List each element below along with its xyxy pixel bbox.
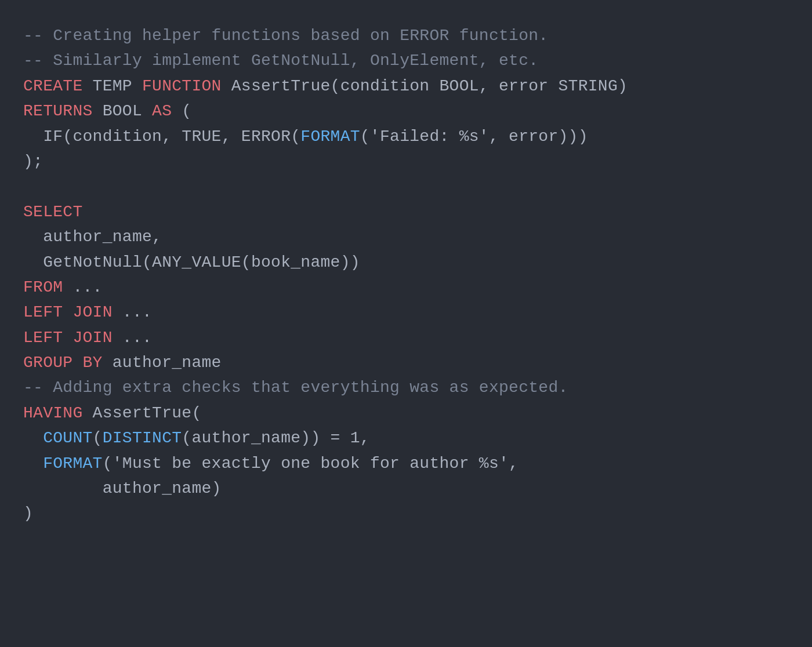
plain-text: [23, 429, 43, 447]
plain-text: (: [172, 102, 191, 120]
keyword-text: LEFT JOIN: [23, 303, 113, 321]
code-line: FORMAT('Must be exactly one book for aut…: [23, 451, 789, 476]
code-line: COUNT(DISTINCT(author_name)) = 1,: [23, 426, 789, 450]
keyword-text: HAVING: [23, 404, 83, 422]
plain-text: ...: [63, 278, 102, 296]
plain-text: author_name,: [23, 228, 162, 246]
comment-text: -- Similarly implement GetNotNull, OnlyE…: [23, 52, 538, 70]
plain-text: (: [93, 429, 103, 447]
plain-text: AssertTrue(: [83, 404, 202, 422]
blank-line: [23, 174, 789, 199]
code-line: SELECT: [23, 199, 789, 224]
comment-text: -- Adding extra checks that everything w…: [23, 379, 568, 397]
plain-text: TEMP: [83, 77, 143, 95]
keyword-text: CREATE: [23, 77, 83, 95]
code-line: FROM ...: [23, 275, 789, 300]
code-line: HAVING AssertTrue(: [23, 401, 789, 426]
keyword-text: FROM: [23, 278, 63, 296]
code-line: author_name): [23, 476, 789, 501]
code-line: LEFT JOIN ...: [23, 325, 789, 350]
code-line: CREATE TEMP FUNCTION AssertTrue(conditio…: [23, 74, 789, 99]
plain-text: author_name: [103, 354, 222, 372]
code-line: IF(condition, TRUE, ERROR(FORMAT('Failed…: [23, 124, 789, 149]
builtin-text: FORMAT: [300, 128, 360, 146]
builtin-text: COUNT: [43, 429, 92, 447]
code-block: -- Creating helper functions based on ER…: [23, 23, 789, 526]
code-line: );: [23, 149, 789, 174]
comment-text: -- Creating helper functions based on ER…: [23, 27, 548, 45]
plain-text: (author_name)) = 1,: [182, 429, 370, 447]
code-line: -- Similarly implement GetNotNull, OnlyE…: [23, 48, 789, 73]
keyword-text: GROUP: [23, 354, 72, 372]
keyword-text: FUNCTION: [142, 77, 222, 95]
plain-text: AssertTrue(condition BOOL, error STRING): [222, 77, 628, 95]
plain-text: author_name): [23, 479, 222, 497]
code-line: LEFT JOIN ...: [23, 300, 789, 325]
plain-text: [72, 354, 82, 372]
code-line: GetNotNull(ANY_VALUE(book_name)): [23, 250, 789, 275]
code-line: -- Adding extra checks that everything w…: [23, 375, 789, 400]
code-line: GROUP BY author_name: [23, 350, 789, 375]
plain-text: ): [23, 504, 33, 522]
plain-text: BOOL: [93, 102, 153, 120]
keyword-text: BY: [83, 354, 103, 372]
keyword-text: LEFT JOIN: [23, 329, 113, 347]
plain-text: ('Failed: %s', error))): [360, 128, 588, 146]
plain-text: GetNotNull(ANY_VALUE(book_name)): [23, 253, 360, 271]
builtin-text: DISTINCT: [103, 429, 182, 447]
plain-text: [23, 455, 43, 472]
keyword-text: RETURNS: [23, 102, 93, 120]
code-line: -- Creating helper functions based on ER…: [23, 23, 789, 48]
plain-text: ...: [113, 303, 152, 321]
code-line: author_name,: [23, 224, 789, 249]
builtin-text: FORMAT: [43, 455, 103, 472]
keyword-text: AS: [152, 102, 172, 120]
plain-text: );: [23, 152, 43, 170]
plain-text: IF(condition, TRUE, ERROR(: [23, 128, 300, 146]
plain-text: ('Must be exactly one book for author %s…: [103, 455, 519, 472]
code-line: ): [23, 501, 789, 526]
keyword-text: SELECT: [23, 203, 83, 221]
code-line: RETURNS BOOL AS (: [23, 99, 789, 123]
plain-text: ...: [113, 329, 152, 347]
